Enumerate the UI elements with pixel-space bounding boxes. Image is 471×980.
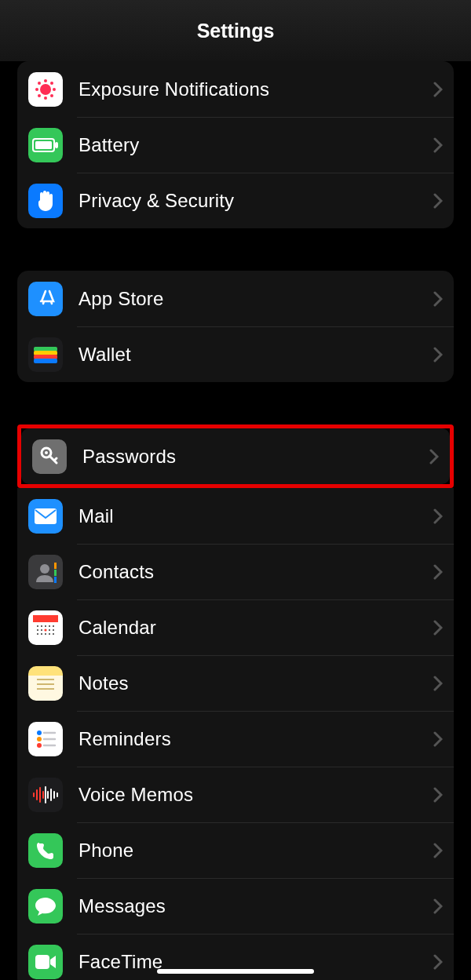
row-label: Notes: [63, 672, 422, 694]
svg-point-6: [50, 82, 53, 85]
svg-point-31: [41, 629, 42, 631]
svg-point-1: [44, 79, 47, 82]
row-label: Contacts: [63, 561, 422, 583]
settings-group-store: App Store Wallet: [17, 271, 454, 382]
svg-rect-11: [55, 142, 58, 148]
battery-icon: [28, 128, 63, 162]
svg-rect-22: [54, 577, 57, 583]
chevron-right-icon: [422, 193, 454, 209]
row-phone[interactable]: Phone: [17, 822, 454, 878]
svg-point-5: [38, 82, 41, 85]
facetime-icon: [28, 945, 63, 979]
row-mail[interactable]: Mail: [17, 488, 454, 544]
row-reminders[interactable]: Reminders: [17, 711, 454, 767]
chevron-right-icon: [422, 676, 454, 691]
chevron-right-icon: [422, 787, 454, 803]
svg-rect-21: [54, 570, 57, 576]
wallet-icon: [28, 337, 63, 372]
svg-point-43: [37, 730, 42, 735]
voice-memos-icon: [28, 778, 63, 812]
svg-point-45: [37, 743, 42, 748]
exposure-icon: [28, 72, 63, 107]
row-label: Messages: [63, 895, 422, 917]
svg-rect-20: [54, 563, 57, 569]
chevron-right-icon: [422, 954, 454, 970]
svg-point-38: [49, 633, 50, 635]
svg-point-26: [41, 625, 42, 627]
highlight-passwords: Passwords: [17, 424, 454, 488]
row-notes[interactable]: Notes: [17, 655, 454, 711]
settings-group-apps: Mail Contacts Calendar Notes: [17, 488, 454, 980]
svg-point-2: [44, 97, 47, 100]
row-label: Wallet: [63, 344, 422, 366]
settings-group-passwords: Passwords: [21, 428, 450, 484]
mail-icon: [28, 499, 63, 534]
notes-icon: [28, 666, 63, 701]
row-exposure-notifications[interactable]: Exposure Notifications: [17, 61, 454, 117]
row-contacts[interactable]: Contacts: [17, 544, 454, 599]
svg-point-33: [49, 629, 50, 631]
svg-point-44: [37, 737, 42, 741]
svg-point-25: [37, 625, 38, 627]
row-wallet[interactable]: Wallet: [17, 326, 454, 382]
svg-point-3: [35, 88, 38, 91]
svg-point-30: [37, 629, 38, 631]
chevron-right-icon: [422, 898, 454, 914]
svg-rect-23: [33, 615, 58, 622]
row-passwords[interactable]: Passwords: [21, 428, 450, 484]
svg-rect-10: [35, 141, 52, 149]
app-store-icon: [28, 282, 63, 316]
svg-point-4: [53, 88, 56, 91]
key-icon: [32, 439, 67, 474]
row-label: Battery: [63, 134, 422, 156]
row-app-store[interactable]: App Store: [17, 271, 454, 326]
hand-icon: [28, 184, 63, 218]
chevron-right-icon: [422, 843, 454, 858]
svg-rect-15: [34, 359, 57, 363]
reminders-icon: [28, 722, 63, 756]
row-label: App Store: [63, 288, 422, 310]
row-battery[interactable]: Battery: [17, 117, 454, 173]
contacts-icon: [28, 555, 63, 589]
svg-point-32: [44, 628, 46, 631]
row-label: Phone: [63, 840, 422, 862]
page-title: Settings: [197, 20, 275, 42]
row-label: Privacy & Security: [63, 190, 422, 212]
chevron-right-icon: [422, 82, 454, 97]
row-messages[interactable]: Messages: [17, 878, 454, 934]
chevron-right-icon: [422, 508, 454, 524]
chevron-right-icon: [418, 449, 450, 464]
row-label: Voice Memos: [63, 784, 422, 806]
svg-point-0: [40, 84, 51, 95]
svg-point-17: [45, 451, 48, 454]
row-calendar[interactable]: Calendar: [17, 599, 454, 655]
svg-point-8: [50, 94, 53, 97]
svg-point-37: [45, 633, 46, 635]
nav-bar: Settings: [0, 0, 471, 61]
row-label: Mail: [63, 505, 422, 527]
svg-point-28: [49, 625, 50, 627]
svg-point-29: [53, 625, 54, 627]
chevron-right-icon: [422, 137, 454, 153]
svg-point-7: [38, 94, 41, 97]
svg-point-34: [53, 629, 54, 631]
svg-point-39: [53, 633, 54, 635]
home-indicator[interactable]: [157, 969, 314, 974]
chevron-right-icon: [422, 731, 454, 747]
chevron-right-icon: [422, 291, 454, 307]
row-voice-memos[interactable]: Voice Memos: [17, 767, 454, 822]
settings-scroll[interactable]: Exposure Notifications Battery Privacy &…: [0, 61, 471, 980]
svg-point-27: [45, 625, 46, 627]
settings-group-system: Exposure Notifications Battery Privacy &…: [17, 61, 454, 228]
calendar-icon: [28, 610, 63, 645]
chevron-right-icon: [422, 620, 454, 636]
row-label: Passwords: [67, 446, 418, 468]
svg-rect-58: [35, 955, 49, 969]
row-label: Exposure Notifications: [63, 78, 422, 100]
svg-rect-18: [35, 508, 57, 524]
row-label: Reminders: [63, 728, 422, 750]
row-label: Calendar: [63, 617, 422, 639]
svg-point-19: [40, 564, 49, 574]
row-privacy-security[interactable]: Privacy & Security: [17, 173, 454, 228]
messages-icon: [28, 889, 63, 924]
